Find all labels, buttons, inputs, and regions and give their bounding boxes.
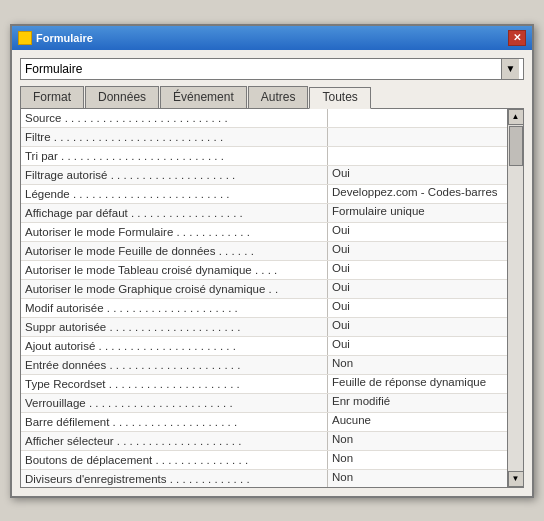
row-label: Autoriser le mode Tableau croisé dynamiq… (21, 263, 327, 277)
row-label: Légende . . . . . . . . . . . . . . . . … (21, 187, 327, 201)
row-value: Aucune (327, 413, 507, 431)
row-value: Feuille de réponse dynamique (327, 375, 507, 393)
row-value: Formulaire unique (327, 204, 507, 222)
row-label: Source . . . . . . . . . . . . . . . . .… (21, 111, 327, 125)
tab-bar: Format Données Événement Autres Toutes (20, 86, 524, 108)
row-label: Modif autorisée . . . . . . . . . . . . … (21, 301, 327, 315)
table-row[interactable]: Affichage par défaut . . . . . . . . . .… (21, 204, 507, 223)
row-label: Diviseurs d'enregistrements . . . . . . … (21, 472, 327, 486)
window-content: Formulaire ▼ Format Données Événement Au… (12, 50, 532, 496)
window-icon (18, 31, 32, 45)
row-label: Tri par . . . . . . . . . . . . . . . . … (21, 149, 327, 163)
row-label: Entrée données . . . . . . . . . . . . .… (21, 358, 327, 372)
row-value (327, 147, 507, 165)
scrollbar: ▲ ▼ (507, 109, 523, 487)
main-window: Formulaire ✕ Formulaire ▼ Format Données… (10, 24, 534, 498)
table-row[interactable]: Afficher sélecteur . . . . . . . . . . .… (21, 432, 507, 451)
row-label: Autoriser le mode Formulaire . . . . . .… (21, 225, 327, 239)
row-value: Oui (327, 337, 507, 355)
row-value: Non (327, 470, 507, 487)
table-row[interactable]: Suppr autorisée . . . . . . . . . . . . … (21, 318, 507, 337)
dropdown-value: Formulaire (25, 62, 82, 76)
row-value: Oui (327, 261, 507, 279)
row-value (327, 128, 507, 146)
row-value: Non (327, 356, 507, 374)
row-value: Non (327, 451, 507, 469)
title-bar-left: Formulaire (18, 31, 93, 45)
table-row[interactable]: Entrée données . . . . . . . . . . . . .… (21, 356, 507, 375)
row-value: Oui (327, 223, 507, 241)
table-scroll-content[interactable]: Source . . . . . . . . . . . . . . . . .… (21, 109, 507, 487)
close-button[interactable]: ✕ (508, 30, 526, 46)
table-row[interactable]: Diviseurs d'enregistrements . . . . . . … (21, 470, 507, 487)
table-row[interactable]: Légende . . . . . . . . . . . . . . . . … (21, 185, 507, 204)
dropdown-arrow[interactable]: ▼ (501, 59, 519, 79)
row-value: Oui (327, 280, 507, 298)
row-value: Oui (327, 299, 507, 317)
table-row[interactable]: Type Recordset . . . . . . . . . . . . .… (21, 375, 507, 394)
row-label: Verrouillage . . . . . . . . . . . . . .… (21, 396, 327, 410)
scroll-thumb[interactable] (509, 126, 523, 166)
title-bar: Formulaire ✕ (12, 26, 532, 50)
row-label: Barre défilement . . . . . . . . . . . .… (21, 415, 327, 429)
form-dropdown[interactable]: Formulaire ▼ (20, 58, 524, 80)
table-row[interactable]: Boutons de déplacement . . . . . . . . .… (21, 451, 507, 470)
table-row[interactable]: Ajout autorisé . . . . . . . . . . . . .… (21, 337, 507, 356)
tab-autres[interactable]: Autres (248, 86, 309, 108)
scroll-up-button[interactable]: ▲ (508, 109, 524, 125)
table-row[interactable]: Autoriser le mode Formulaire . . . . . .… (21, 223, 507, 242)
row-value: Enr modifié (327, 394, 507, 412)
table-row[interactable]: Autoriser le mode Feuille de données . .… (21, 242, 507, 261)
tab-donnees[interactable]: Données (85, 86, 159, 108)
dropdown-row: Formulaire ▼ (20, 58, 524, 80)
table-row[interactable]: Filtrage autorisé . . . . . . . . . . . … (21, 166, 507, 185)
table-row[interactable]: Modif autorisée . . . . . . . . . . . . … (21, 299, 507, 318)
scroll-track (508, 125, 523, 471)
tab-toutes[interactable]: Toutes (309, 87, 370, 109)
table-row[interactable]: Filtre . . . . . . . . . . . . . . . . .… (21, 128, 507, 147)
row-label: Boutons de déplacement . . . . . . . . .… (21, 453, 327, 467)
row-label: Autoriser le mode Graphique croisé dynam… (21, 282, 327, 296)
row-label: Filtrage autorisé . . . . . . . . . . . … (21, 168, 327, 182)
table-row[interactable]: Tri par . . . . . . . . . . . . . . . . … (21, 147, 507, 166)
table-row[interactable]: Autoriser le mode Tableau croisé dynamiq… (21, 261, 507, 280)
row-label: Affichage par défaut . . . . . . . . . .… (21, 206, 327, 220)
row-value (327, 109, 507, 127)
row-label: Afficher sélecteur . . . . . . . . . . .… (21, 434, 327, 448)
row-label: Ajout autorisé . . . . . . . . . . . . .… (21, 339, 327, 353)
row-value: Developpez.com - Codes-barres (327, 185, 507, 203)
row-label: Suppr autorisée . . . . . . . . . . . . … (21, 320, 327, 334)
row-label: Type Recordset . . . . . . . . . . . . .… (21, 377, 327, 391)
tab-format[interactable]: Format (20, 86, 84, 108)
row-value: Non (327, 432, 507, 450)
window-title: Formulaire (36, 32, 93, 44)
row-value: Oui (327, 242, 507, 260)
row-value: Oui (327, 166, 507, 184)
scroll-down-button[interactable]: ▼ (508, 471, 524, 487)
row-label: Filtre . . . . . . . . . . . . . . . . .… (21, 130, 327, 144)
row-value: Oui (327, 318, 507, 336)
table-row[interactable]: Autoriser le mode Graphique croisé dynam… (21, 280, 507, 299)
tab-evenement[interactable]: Événement (160, 86, 247, 108)
table-row[interactable]: Barre défilement . . . . . . . . . . . .… (21, 413, 507, 432)
table-row[interactable]: Verrouillage . . . . . . . . . . . . . .… (21, 394, 507, 413)
properties-table: Source . . . . . . . . . . . . . . . . .… (20, 108, 524, 488)
table-row[interactable]: Source . . . . . . . . . . . . . . . . .… (21, 109, 507, 128)
row-label: Autoriser le mode Feuille de données . .… (21, 244, 327, 258)
